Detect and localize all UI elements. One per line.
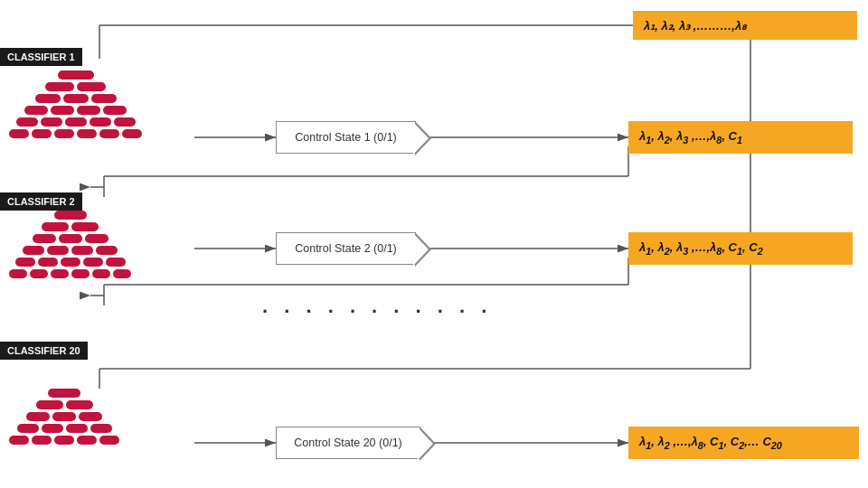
ellipsis-dots: · · · · · · · · · · · — [262, 300, 492, 324]
control-state-1-box: Control State 1 (0/1) — [276, 121, 420, 154]
classifier-2-label: CLASSIFIER 2 — [0, 192, 82, 211]
output-2-box: λ1, λ2, λ3 ,…,λ8, C1, C2 — [628, 232, 853, 265]
classifier-1-tree — [9, 70, 142, 141]
output-20-label: λ1, λ2 ,…,λ8, C1, C2,… C20 — [639, 435, 782, 451]
top-output-label: λ₁, λ₂, λ₃ ,………,λ₈ — [644, 19, 746, 33]
control-state-2-label: Control State 2 (0/1) — [295, 242, 397, 255]
classifier-20-label: CLASSIFIER 20 — [0, 342, 88, 360]
output-1-box: λ1, λ2, λ3 ,…,λ8, C1 — [628, 121, 853, 154]
control-state-20-label: Control State 20 (0/1) — [294, 436, 402, 449]
classifier-1-label: CLASSIFIER 1 — [0, 48, 82, 66]
diagram-container: λ₁, λ₂, λ₃ ,………,λ₈ CLASSIFIER 1 — [0, 0, 868, 488]
control-state-2-box: Control State 2 (0/1) — [276, 232, 420, 265]
output-20-box: λ1, λ2 ,…,λ8, C1, C2,… C20 — [628, 427, 859, 459]
output-1-label: λ1, λ2, λ3 ,…,λ8, C1 — [639, 129, 742, 145]
control-state-1-label: Control State 1 (0/1) — [295, 131, 397, 144]
classifier-2-tree — [9, 211, 131, 281]
classifier-20-tree — [9, 389, 119, 447]
control-state-20-box: Control State 20 (0/1) — [276, 427, 425, 459]
output-2-label: λ1, λ2, λ3 ,…,λ8, C1, C2 — [639, 240, 763, 257]
top-output-box: λ₁, λ₂, λ₃ ,………,λ₈ — [633, 11, 857, 40]
